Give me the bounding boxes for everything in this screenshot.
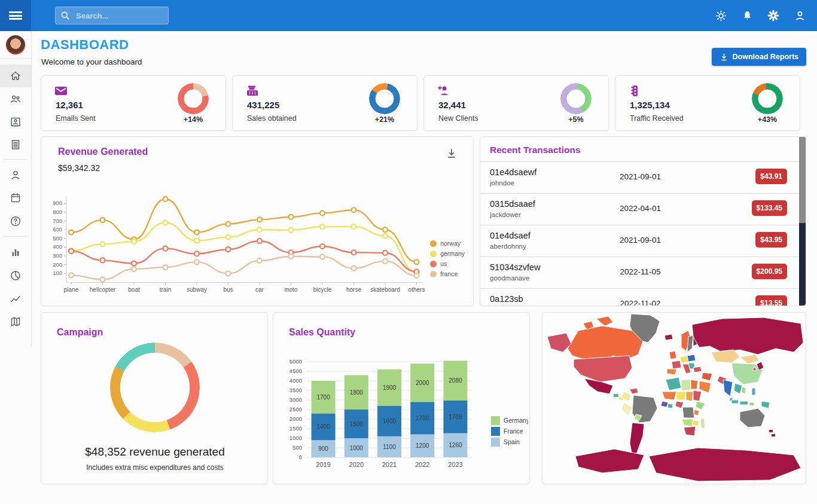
y-axis-label: 4000 [289, 377, 302, 384]
stat-delta: +5% [568, 115, 583, 124]
sidebar-item-calendar[interactable] [0, 187, 31, 209]
search-bar[interactable] [55, 7, 169, 25]
transaction-amount-badge: $43.95 [755, 232, 787, 248]
y-axis-label: 600 [53, 226, 62, 233]
y-axis-label: 2500 [289, 406, 302, 413]
notifications-icon[interactable] [738, 7, 756, 25]
pie-chart-icon [10, 270, 22, 282]
stat-value: 431,225 [247, 100, 279, 110]
progress-ring [560, 83, 592, 114]
sidebar-item-pie-chart[interactable] [0, 264, 31, 287]
x-axis-label: train [160, 286, 171, 293]
y-axis-label: 1500 [289, 425, 302, 432]
dashboard-app: DASHBOARD Welcome to your dashboard Down… [0, 0, 817, 504]
data-point [100, 242, 105, 246]
data-point [289, 215, 294, 219]
transaction-amount-badge: $200.95 [752, 264, 787, 279]
revenue-amount: $59,342.32 [58, 163, 100, 173]
y-axis-label: 300 [53, 252, 62, 259]
sidebar-item-faq[interactable] [0, 210, 31, 233]
sidebar-item-bar-chart[interactable] [0, 241, 31, 264]
sidebar-item-team[interactable] [0, 88, 31, 111]
stat-delta: +43% [758, 115, 777, 124]
y-axis-label: 1000 [289, 435, 302, 441]
data-point [163, 197, 168, 201]
sidebar-item-contacts[interactable] [0, 111, 31, 133]
x-axis-label: plane [64, 286, 79, 293]
transaction-row[interactable]: 01e4dsaef aberdohnny 2021-09-01 $43.95 [480, 225, 800, 257]
transaction-row[interactable]: 0315dsaaef jackdower 2022-04-01 $133.45 [480, 193, 800, 225]
download-reports-button[interactable]: Download Reports [712, 48, 806, 66]
transactions-card: Recent Transactions 01e4dsaewf johndoe 2… [480, 136, 806, 306]
data-point [163, 220, 168, 225]
y-axis-label: 200 [53, 261, 62, 268]
x-axis-label: boat [128, 286, 140, 293]
bar-chart-icon [10, 246, 22, 258]
line-chart-icon [10, 293, 22, 305]
download-chart-icon[interactable] [446, 148, 458, 160]
bar-value-label: 1000 [350, 445, 364, 451]
campaign-donut-chart [110, 343, 200, 432]
legend-dot [430, 261, 437, 267]
sidebar-item-dashboard[interactable] [0, 65, 31, 87]
bar-value-label: 1900 [383, 384, 397, 391]
bar-value-label: 1400 [316, 423, 330, 430]
scrollbar-thumb[interactable] [799, 137, 806, 223]
transaction-row[interactable]: 01e4dsaewf johndoe 2021-09-01 $43.91 [480, 161, 800, 194]
stat-delta: +21% [375, 115, 394, 124]
line-series-germany [71, 222, 417, 272]
menu-button[interactable] [0, 0, 31, 31]
data-point [320, 255, 325, 259]
transaction-date: 2021-09-01 [480, 236, 800, 245]
legend-item-france[interactable]: france [430, 270, 465, 277]
data-point [320, 224, 325, 229]
bar-value-label: 1700 [416, 415, 429, 421]
data-point [352, 207, 356, 212]
avatar[interactable] [6, 35, 25, 54]
bar-value-label: 1800 [350, 389, 364, 396]
search-icon [60, 11, 70, 20]
search-input[interactable] [75, 11, 161, 21]
legend-label: Spain [504, 438, 520, 445]
sidebar-item-geography[interactable] [0, 310, 31, 333]
sidebar-item-line-chart[interactable] [0, 288, 31, 310]
data-point [69, 230, 74, 235]
progress-ring [369, 83, 400, 114]
legend-item-norway[interactable]: norway [430, 240, 465, 247]
settings-icon[interactable] [764, 7, 782, 25]
person-icon[interactable] [791, 7, 809, 25]
legend-item-us[interactable]: us [430, 260, 465, 267]
campaign-title: Campaign [57, 327, 103, 338]
sidebar-item-profile-form[interactable] [0, 164, 31, 187]
transaction-row[interactable]: 0a123sb 2022-11-02 $13.55 [480, 288, 800, 306]
y-axis-label: 3000 [289, 396, 302, 403]
map-icon [10, 316, 22, 328]
line-series-france [71, 256, 417, 280]
sidebar [0, 31, 32, 347]
bar-value-label: 2080 [449, 377, 462, 384]
revenue-legend: norwaygermanyusfrance [430, 240, 465, 277]
x-axis-label: 2023 [448, 461, 462, 468]
transaction-row[interactable]: 51034szvfew goodmanave 2022-11-05 $200.9… [480, 256, 800, 289]
x-axis-label: 2019 [316, 461, 330, 468]
stat-card-traffic: 1,325,134 Traffic Received +43% [615, 75, 800, 131]
data-point [383, 227, 388, 232]
transaction-amount-badge: $133.45 [752, 200, 787, 216]
x-axis-label: bus [223, 286, 233, 293]
data-point [383, 233, 388, 238]
light-mode-icon[interactable] [712, 7, 730, 25]
y-axis-label: 800 [53, 209, 62, 215]
data-point [257, 239, 262, 243]
legend-label: norway [440, 240, 461, 247]
x-axis-label: moto [284, 286, 298, 293]
data-point [257, 217, 262, 222]
data-point [132, 267, 136, 271]
legend-item-germany[interactable]: germany [430, 250, 465, 257]
legend-label: Germany [504, 417, 528, 424]
x-axis-label: 2021 [382, 461, 397, 468]
data-point [226, 222, 231, 227]
sidebar-item-invoices[interactable] [0, 133, 31, 156]
transaction-amount-badge: $43.91 [755, 169, 787, 184]
data-point [100, 258, 105, 262]
stat-value: 32,441 [438, 100, 466, 110]
